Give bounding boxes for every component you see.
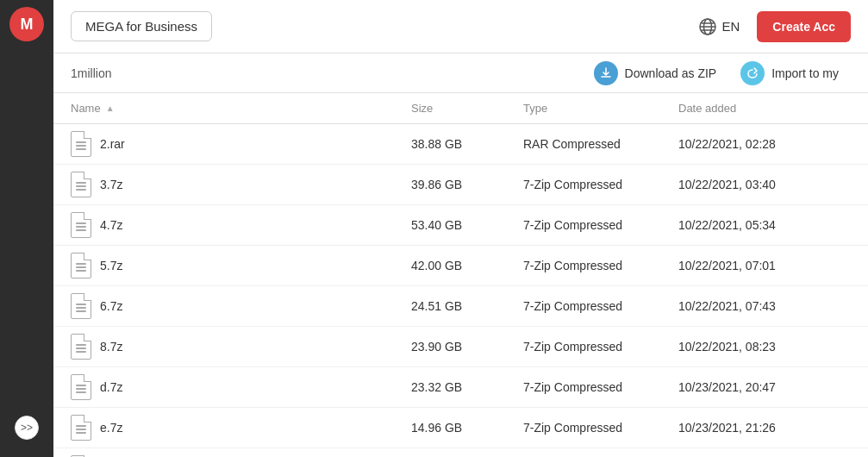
- file-name-cell: 6.7z: [71, 293, 411, 319]
- file-type: 7-Zip Compressed: [523, 218, 678, 232]
- download-zip-button[interactable]: Download as ZIP: [582, 56, 729, 91]
- download-zip-label: Download as ZIP: [625, 66, 717, 80]
- mega-logo[interactable]: M: [9, 7, 44, 41]
- file-list: Name ▲ Size Type Date added 2.rar 38.88 …: [53, 93, 868, 457]
- file-date: 10/22/2021, 07:43: [678, 299, 851, 313]
- file-icon: [71, 131, 91, 157]
- sidebar-expand-button[interactable]: >>: [15, 416, 39, 440]
- file-type: 7-Zip Compressed: [523, 259, 678, 272]
- download-zip-icon: [594, 61, 618, 85]
- file-icon: [71, 293, 91, 319]
- table-row[interactable]: 4.7z 53.40 GB 7-Zip Compressed 10/22/202…: [53, 205, 868, 246]
- col-name: Name ▲: [71, 102, 411, 115]
- col-date: Date added: [678, 102, 851, 115]
- table-row[interactable]: 3.7z 39.86 GB 7-Zip Compressed 10/22/202…: [53, 165, 868, 205]
- file-date: 10/22/2021, 05:34: [678, 218, 851, 232]
- table-row[interactable]: 5.7z 42.00 GB 7-Zip Compressed 10/22/202…: [53, 246, 868, 286]
- globe-icon: [698, 17, 717, 36]
- import-icon: [740, 61, 765, 85]
- file-type: 7-Zip Compressed: [523, 178, 678, 191]
- brand-button[interactable]: MEGA for Business: [71, 11, 212, 41]
- file-date: 10/23/2021, 21:26: [678, 421, 851, 435]
- language-selector[interactable]: EN: [698, 17, 740, 36]
- file-type: 7-Zip Compressed: [523, 299, 678, 313]
- table-row[interactable]: d.7z 23.32 GB 7-Zip Compressed 10/23/202…: [53, 367, 868, 408]
- file-name-cell: 5.7z: [71, 253, 411, 279]
- file-name: 5.7z: [100, 259, 122, 272]
- file-size: 38.88 GB: [411, 137, 523, 151]
- file-rows-container: 2.rar 38.88 GB RAR Compressed 10/22/2021…: [53, 124, 868, 457]
- file-date: 10/22/2021, 08:23: [678, 340, 851, 354]
- file-date: 10/22/2021, 02:28: [678, 137, 851, 151]
- lang-code: EN: [722, 19, 740, 34]
- file-name: 2.rar: [100, 137, 125, 151]
- table-header: Name ▲ Size Type Date added: [53, 93, 868, 124]
- file-date: 10/22/2021, 03:40: [678, 178, 851, 191]
- file-type: RAR Compressed: [523, 137, 678, 151]
- file-size: 23.32 GB: [411, 380, 523, 394]
- table-row[interactable]: 8.7z 23.90 GB 7-Zip Compressed 10/22/202…: [53, 327, 868, 367]
- create-account-button[interactable]: Create Acc: [757, 11, 851, 42]
- file-name-cell: 2.rar: [71, 131, 411, 157]
- file-icon: [71, 212, 91, 238]
- file-size: 14.96 GB: [411, 421, 523, 435]
- file-name-cell: 3.7z: [71, 172, 411, 197]
- folder-name: 1million: [71, 66, 582, 80]
- import-button[interactable]: Import to my: [728, 56, 851, 91]
- file-name-cell: d.7z: [71, 374, 411, 400]
- sidebar: M >>: [0, 0, 53, 457]
- file-size: 39.86 GB: [411, 178, 523, 191]
- table-row[interactable]: f.7z 12.57 GB 7-Zip Compressed 10/23/202…: [53, 448, 868, 457]
- file-name: d.7z: [100, 380, 122, 394]
- file-date: 10/22/2021, 07:01: [678, 259, 851, 272]
- table-row[interactable]: 2.rar 38.88 GB RAR Compressed 10/22/2021…: [53, 124, 868, 165]
- sort-icon: ▲: [106, 103, 115, 113]
- file-size: 42.00 GB: [411, 259, 523, 272]
- file-name: 6.7z: [100, 299, 122, 313]
- file-icon: [71, 253, 91, 279]
- file-type: 7-Zip Compressed: [523, 421, 678, 435]
- file-type: 7-Zip Compressed: [523, 340, 678, 354]
- file-name: 4.7z: [100, 218, 122, 232]
- file-name-cell: e.7z: [71, 415, 411, 441]
- main-content: MEGA for Business EN Create Acc 1million…: [53, 0, 868, 457]
- table-row[interactable]: 6.7z 24.51 GB 7-Zip Compressed 10/22/202…: [53, 286, 868, 327]
- file-size: 23.90 GB: [411, 340, 523, 354]
- file-size: 24.51 GB: [411, 299, 523, 313]
- file-name: e.7z: [100, 421, 122, 435]
- file-icon: [71, 415, 91, 441]
- header: MEGA for Business EN Create Acc: [53, 0, 868, 53]
- table-row[interactable]: e.7z 14.96 GB 7-Zip Compressed 10/23/202…: [53, 408, 868, 448]
- file-name-cell: 8.7z: [71, 334, 411, 360]
- col-size: Size: [411, 102, 523, 115]
- file-icon: [71, 172, 91, 197]
- file-name-cell: 4.7z: [71, 212, 411, 238]
- file-type: 7-Zip Compressed: [523, 380, 678, 394]
- import-label: Import to my: [771, 66, 839, 80]
- subtitle-bar: 1million Download as ZIP Import to my: [53, 53, 868, 93]
- file-date: 10/23/2021, 20:47: [678, 380, 851, 394]
- file-icon: [71, 374, 91, 400]
- col-type: Type: [523, 102, 678, 115]
- file-size: 53.40 GB: [411, 218, 523, 232]
- file-icon: [71, 334, 91, 360]
- file-name: 8.7z: [100, 340, 122, 354]
- file-name: 3.7z: [100, 178, 122, 191]
